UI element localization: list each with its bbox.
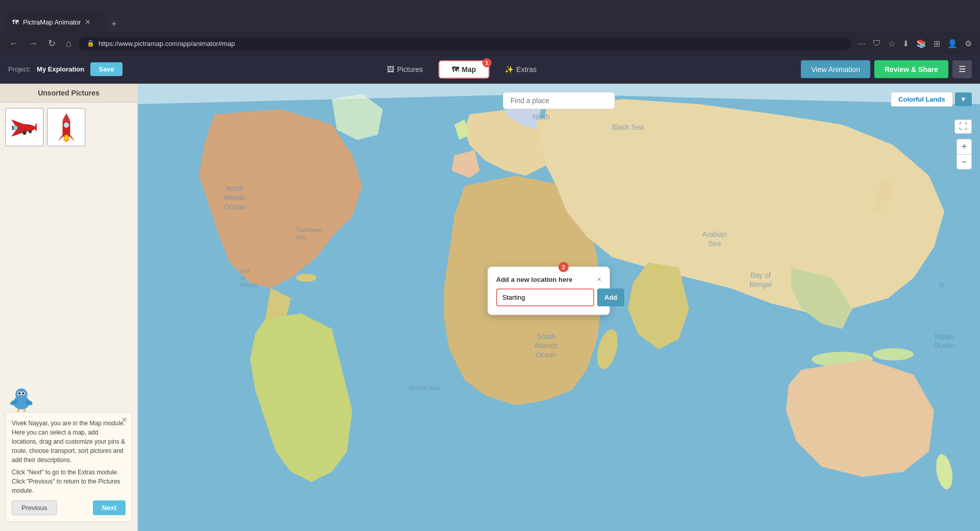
svg-text:Mexico: Mexico: [240, 282, 258, 288]
zoom-in-button[interactable]: +: [957, 139, 972, 154]
next-button[interactable]: Next: [93, 500, 126, 515]
popup-header: Add a new location here ×: [496, 275, 601, 283]
svg-marker-2: [11, 129, 31, 137]
download-icon[interactable]: ⬇: [900, 37, 911, 51]
svg-point-7: [29, 130, 32, 133]
svg-rect-5: [12, 126, 13, 130]
map-style-button[interactable]: Colorful Lands: [891, 92, 953, 107]
tab-map[interactable]: 🗺 Map 1: [438, 60, 489, 79]
svg-marker-11: [70, 134, 75, 141]
project-name: My Exploration: [37, 65, 84, 73]
tab-extras[interactable]: ✨ Extras: [492, 60, 550, 79]
svg-text:Arabian: Arabian: [702, 230, 727, 238]
browser-tabs: 🗺 PictraMap Animator ✕ +: [5, 0, 121, 32]
sidebar-title: Unsorted Pictures: [0, 84, 137, 103]
zoom-out-button[interactable]: −: [957, 154, 972, 170]
svg-text:Bay of: Bay of: [750, 271, 771, 279]
location-name-input[interactable]: [496, 288, 594, 306]
bird-mascot-svg: [6, 384, 37, 412]
svg-text:Gulf: Gulf: [240, 268, 251, 274]
picture-grid: [0, 103, 137, 152]
forward-button[interactable]: →: [26, 36, 41, 51]
svg-point-14: [65, 135, 68, 139]
apps-icon[interactable]: ⊞: [932, 37, 942, 51]
tooltip-actions: Previous Next: [12, 500, 126, 515]
picture-thumbnail-rocket[interactable]: [47, 108, 86, 147]
browser-tab-active[interactable]: 🗺 PictraMap Animator ✕: [5, 12, 107, 32]
tab-map-badge: 1: [482, 58, 492, 67]
back-button[interactable]: ←: [6, 36, 21, 51]
popup-close-button[interactable]: ×: [597, 275, 601, 283]
svg-text:Indian: Indian: [935, 332, 954, 341]
map-style-dropdown[interactable]: ▼: [955, 92, 972, 106]
shield-icon[interactable]: 🛡: [871, 37, 883, 50]
save-button[interactable]: Save: [90, 62, 122, 76]
fullscreen-button[interactable]: ⛶: [954, 119, 972, 134]
svg-text:Sea: Sea: [296, 234, 306, 240]
sidebar: Unsorted Pictures: [0, 84, 138, 531]
svg-text:Ocean: Ocean: [934, 342, 954, 350]
view-animation-button[interactable]: View Animation: [801, 60, 870, 78]
svg-text:Bengal: Bengal: [749, 280, 772, 288]
extensions-icon[interactable]: ⋯: [855, 37, 868, 51]
add-location-popup: 2 Add a new location here × Add: [487, 267, 610, 315]
menu-button[interactable]: ☰: [952, 60, 972, 78]
browser-toolbar: ← → ↻ ⌂ 🔒 https://www.pictramap.com/app/…: [0, 32, 980, 55]
svg-point-35: [873, 348, 914, 360]
previous-button[interactable]: Previous: [12, 500, 57, 515]
app-header: Project: My Exploration Save 🖼 Pictures …: [0, 55, 980, 84]
tooltip-close-button[interactable]: ✕: [121, 416, 128, 424]
tooltip-box: ✕ Vivek Nayyar, you are in the Map modul…: [5, 412, 132, 522]
review-share-button[interactable]: Review & Share: [874, 60, 948, 78]
svg-marker-3: [34, 123, 37, 132]
svg-marker-10: [58, 134, 62, 141]
toolbar-icons: ⋯ 🛡 ☆ ⬇ 📚 ⊞ 👤 ⚙: [855, 37, 974, 51]
svg-point-29: [23, 394, 27, 396]
svg-text:Caribbean: Caribbean: [296, 227, 322, 233]
svg-text:North: North: [226, 184, 243, 192]
refresh-button[interactable]: ↻: [45, 36, 59, 51]
tooltip-next-hint: Click "Next" to go to the Extras module.: [12, 468, 126, 477]
rocket-svg: [51, 111, 82, 144]
settings-icon[interactable]: ⚙: [963, 37, 974, 51]
url-text: https://www.pictramap.com/app/animator#m…: [99, 40, 843, 47]
extras-icon: ✨: [505, 65, 513, 74]
project-label: Project:: [8, 65, 31, 73]
svg-point-31: [296, 274, 316, 282]
address-bar[interactable]: 🔒 https://www.pictramap.com/app/animator…: [79, 37, 851, 51]
tab-title: PictraMap Animator: [23, 18, 81, 26]
bookmarks-icon[interactable]: 📚: [914, 37, 928, 51]
tab-map-label: Map: [462, 65, 476, 74]
header-right: View Animation Review & Share ☰: [801, 60, 972, 78]
tab-pictures[interactable]: 🖼 Pictures: [374, 60, 436, 79]
svg-point-28: [16, 394, 19, 396]
picture-thumbnail-airplane[interactable]: [5, 108, 44, 147]
svg-text:of: of: [240, 275, 245, 281]
new-tab-button[interactable]: +: [107, 17, 121, 32]
nav-tabs: 🖼 Pictures 🗺 Map 1 ✨ Extras: [129, 60, 795, 79]
add-location-button[interactable]: Add: [597, 288, 624, 306]
popup-title: Add a new location here: [496, 276, 573, 283]
zoom-controls: + −: [957, 139, 972, 170]
bookmark-icon[interactable]: ☆: [886, 37, 897, 51]
home-button[interactable]: ⌂: [63, 36, 75, 51]
svg-point-20: [22, 392, 24, 394]
svg-text:Scotia Sea: Scotia Sea: [408, 384, 441, 392]
tab-extras-label: Extras: [517, 65, 537, 74]
profile-icon[interactable]: 👤: [945, 37, 960, 51]
popup-input-row: Add: [496, 288, 601, 306]
svg-marker-9: [63, 113, 70, 120]
tooltip-prev-hint: Click "Previous" to return to the Pictur…: [12, 477, 126, 495]
svg-text:Atlantic: Atlantic: [223, 194, 247, 202]
map-style-selector: Colorful Lands ▼: [891, 92, 972, 107]
svg-text:North: North: [532, 113, 550, 121]
map-area[interactable]: North Atlantic Ocean South Atlantic Ocea…: [138, 84, 980, 531]
svg-text:Ocean: Ocean: [535, 351, 556, 359]
find-place-input[interactable]: [503, 92, 615, 109]
svg-point-4: [13, 126, 18, 130]
map-icon: 🗺: [452, 65, 459, 74]
svg-text:South: South: [537, 332, 556, 341]
tab-close-icon[interactable]: ✕: [85, 18, 91, 26]
find-place-bar: [503, 92, 615, 109]
pictures-icon: 🖼: [387, 65, 394, 74]
